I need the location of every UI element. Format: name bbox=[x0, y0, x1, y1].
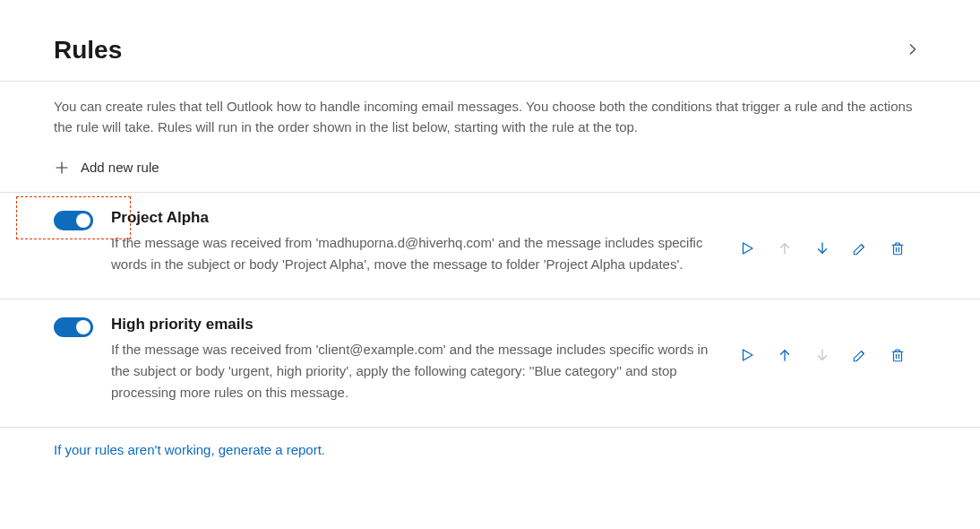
arrow-up-icon bbox=[777, 347, 793, 363]
toggle-knob bbox=[76, 320, 90, 334]
edit-rule-button[interactable] bbox=[851, 346, 869, 364]
play-icon bbox=[739, 347, 755, 363]
add-new-rule-label: Add new rule bbox=[81, 160, 159, 175]
run-rule-button[interactable] bbox=[738, 239, 756, 257]
rule-toggle-column bbox=[54, 316, 111, 403]
delete-rule-button[interactable] bbox=[889, 239, 907, 257]
rule-name: High priority emails bbox=[111, 316, 717, 334]
rule-name: Project Alpha bbox=[111, 209, 717, 227]
rule-enabled-toggle[interactable] bbox=[54, 211, 93, 230]
arrow-down-icon bbox=[814, 240, 830, 256]
move-down-button bbox=[813, 346, 831, 364]
trash-icon bbox=[890, 240, 906, 256]
toggle-knob bbox=[76, 213, 90, 228]
rule-item: Project AlphaIf the message was received… bbox=[0, 192, 980, 299]
page-title: Rules bbox=[54, 36, 122, 65]
expand-panel-button[interactable] bbox=[899, 37, 926, 64]
edit-rule-button[interactable] bbox=[851, 239, 869, 257]
rule-toggle-column bbox=[54, 209, 111, 275]
move-up-button[interactable] bbox=[776, 346, 794, 364]
move-up-button bbox=[776, 239, 794, 257]
rule-body: Project AlphaIf the message was received… bbox=[111, 209, 738, 275]
add-new-rule-button[interactable]: Add new rule bbox=[0, 138, 980, 192]
header-row: Rules bbox=[0, 0, 980, 81]
rules-list: Project AlphaIf the message was received… bbox=[0, 192, 980, 428]
chevron-right-icon bbox=[904, 40, 922, 61]
intro-text: You can create rules that tell Outlook h… bbox=[0, 82, 980, 138]
rule-actions bbox=[738, 209, 907, 275]
pencil-icon bbox=[852, 347, 868, 363]
trash-icon bbox=[890, 347, 906, 363]
pencil-icon bbox=[852, 240, 868, 256]
delete-rule-button[interactable] bbox=[889, 346, 907, 364]
generate-report-link[interactable]: If your rules aren't working, generate a… bbox=[0, 428, 980, 457]
plus-icon bbox=[54, 160, 70, 176]
move-down-button[interactable] bbox=[813, 239, 831, 257]
rule-body: High priority emailsIf the message was r… bbox=[111, 316, 738, 403]
rule-description: If the message was received from 'madhup… bbox=[111, 232, 717, 275]
play-icon bbox=[739, 240, 755, 256]
rule-enabled-toggle[interactable] bbox=[54, 317, 93, 337]
rule-actions bbox=[738, 316, 907, 403]
run-rule-button[interactable] bbox=[738, 346, 756, 364]
rules-settings-page: Rules You can create rules that tell Out… bbox=[0, 0, 980, 493]
rule-description: If the message was received from 'client… bbox=[111, 339, 717, 403]
rule-item: High priority emailsIf the message was r… bbox=[0, 299, 980, 428]
arrow-down-icon bbox=[814, 347, 830, 363]
arrow-up-icon bbox=[777, 240, 793, 256]
